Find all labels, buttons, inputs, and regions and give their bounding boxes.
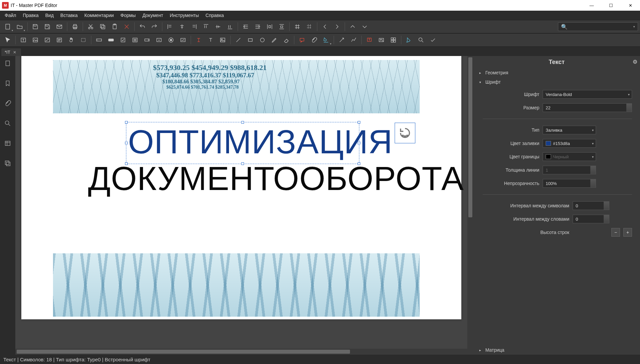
document-tab[interactable]: *IT ✕ bbox=[1, 48, 21, 56]
insert-text-tool[interactable] bbox=[205, 35, 216, 45]
edit-vector-tool[interactable] bbox=[42, 35, 53, 45]
fill-color-selector[interactable]: #153d8a bbox=[543, 139, 596, 148]
thumbnails-panel-icon[interactable] bbox=[2, 137, 14, 149]
menu-edit[interactable]: Правка bbox=[19, 11, 42, 19]
section-geometry[interactable]: ▸Геометрия bbox=[473, 68, 640, 77]
down-button[interactable] bbox=[359, 21, 370, 32]
menu-insert[interactable]: Вставка bbox=[57, 11, 81, 19]
highlight-fill-tool[interactable] bbox=[320, 35, 332, 45]
link-tool[interactable] bbox=[388, 35, 399, 45]
selection-box[interactable] bbox=[126, 122, 359, 164]
undo-button[interactable] bbox=[137, 21, 148, 32]
indent-left-button[interactable] bbox=[240, 21, 251, 32]
panel-settings-icon[interactable]: ⚙ bbox=[633, 59, 637, 65]
grid-button[interactable] bbox=[292, 21, 303, 32]
select-text-tool[interactable] bbox=[78, 35, 89, 45]
attach-tool[interactable] bbox=[308, 35, 320, 45]
layers-panel-icon[interactable] bbox=[2, 157, 14, 169]
fill-type-selector[interactable]: Заливка bbox=[543, 126, 596, 134]
pages-panel-icon[interactable] bbox=[2, 57, 14, 69]
form-radio[interactable] bbox=[165, 35, 177, 45]
align-center-v-button[interactable] bbox=[212, 21, 224, 32]
form-listbox[interactable] bbox=[129, 35, 141, 45]
vertical-scrollbar[interactable] bbox=[467, 56, 473, 349]
rotate-handle-icon[interactable] bbox=[395, 123, 415, 143]
line-height-minus[interactable]: − bbox=[611, 228, 620, 237]
align-center-h-button[interactable] bbox=[176, 21, 188, 32]
attachments-panel-icon[interactable] bbox=[2, 97, 14, 109]
email-button[interactable] bbox=[54, 21, 65, 32]
form-signature[interactable] bbox=[177, 35, 189, 45]
polyline-tool[interactable] bbox=[348, 35, 359, 45]
next-page-button[interactable] bbox=[331, 21, 343, 32]
dist-v-button[interactable] bbox=[276, 21, 287, 32]
copy-button[interactable] bbox=[97, 21, 108, 32]
pdf-page[interactable]: $573,930.25 $454,949.29 $988,618.21 $347… bbox=[21, 56, 461, 319]
line-height-plus[interactable]: + bbox=[623, 228, 632, 237]
align-right-button[interactable] bbox=[188, 21, 200, 32]
horizontal-scrollbar[interactable] bbox=[15, 349, 473, 355]
pencil-tool[interactable] bbox=[269, 35, 280, 45]
align-left-button[interactable] bbox=[164, 21, 176, 32]
form-dropdown[interactable] bbox=[153, 35, 165, 45]
eraser-tool[interactable] bbox=[281, 35, 292, 45]
window-maximize-button[interactable]: ☐ bbox=[601, 0, 621, 11]
stamp-tool[interactable] bbox=[376, 35, 387, 45]
cut-button[interactable] bbox=[85, 21, 96, 32]
print-button[interactable] bbox=[69, 21, 81, 32]
bookmarks-panel-icon[interactable] bbox=[2, 77, 14, 89]
window-close-button[interactable]: ✕ bbox=[621, 0, 640, 11]
snap-button[interactable] bbox=[304, 21, 315, 32]
tab-close-icon[interactable]: ✕ bbox=[13, 50, 16, 55]
search-panel-icon[interactable] bbox=[2, 117, 14, 129]
edit-text-tool[interactable] bbox=[18, 35, 29, 45]
select-tool[interactable] bbox=[2, 35, 13, 45]
paste-button[interactable] bbox=[109, 21, 120, 32]
rect-tool[interactable] bbox=[245, 35, 256, 45]
new-file-button[interactable] bbox=[2, 21, 13, 32]
highlight-text-tool[interactable] bbox=[193, 35, 204, 45]
form-combobox[interactable] bbox=[141, 35, 153, 45]
menu-help[interactable]: Справка bbox=[202, 11, 227, 19]
text-callout-tool[interactable] bbox=[364, 35, 375, 45]
menu-document[interactable]: Документ bbox=[139, 11, 166, 19]
insert-image-tool[interactable] bbox=[217, 35, 228, 45]
text-object[interactable]: ДОКУМЕНТООБОРОТА bbox=[88, 159, 464, 198]
align-bottom-button[interactable] bbox=[224, 21, 236, 32]
arrow-tool[interactable] bbox=[336, 35, 347, 45]
menu-tools[interactable]: Инструменты bbox=[166, 11, 202, 19]
opacity-input[interactable]: 100% bbox=[543, 179, 596, 188]
search-input[interactable] bbox=[570, 24, 633, 29]
edit-form-tool[interactable] bbox=[54, 35, 65, 45]
font-size-input[interactable]: 22 bbox=[543, 103, 632, 112]
open-file-button[interactable] bbox=[14, 21, 25, 32]
section-font[interactable]: ▾Шрифт bbox=[473, 77, 640, 87]
indent-right-button[interactable] bbox=[252, 21, 263, 32]
note-tool[interactable] bbox=[296, 35, 308, 45]
form-button[interactable] bbox=[105, 35, 117, 45]
marker-tool[interactable] bbox=[403, 35, 415, 45]
align-top-button[interactable] bbox=[200, 21, 212, 32]
hand-tool[interactable] bbox=[66, 35, 77, 45]
zoom-tool[interactable] bbox=[415, 35, 427, 45]
menu-comments[interactable]: Комментарии bbox=[81, 11, 117, 19]
search-box[interactable]: 🔍 ▾ bbox=[558, 22, 638, 31]
menu-view[interactable]: Вид bbox=[42, 11, 57, 19]
char-spacing-input[interactable]: 0 bbox=[573, 201, 609, 210]
up-button[interactable] bbox=[347, 21, 358, 32]
check-tool[interactable] bbox=[427, 35, 439, 45]
delete-button[interactable] bbox=[121, 21, 132, 32]
save-button[interactable] bbox=[30, 21, 41, 32]
search-dropdown-icon[interactable]: ▾ bbox=[633, 25, 635, 28]
edit-image-tool[interactable] bbox=[30, 35, 41, 45]
line-tool[interactable] bbox=[233, 35, 244, 45]
menu-file[interactable]: Файл bbox=[1, 11, 19, 19]
prev-page-button[interactable] bbox=[319, 21, 331, 32]
section-matrix[interactable]: ▸Матрица bbox=[473, 345, 640, 355]
redo-button[interactable] bbox=[149, 21, 160, 32]
font-selector[interactable]: Verdana-Bold bbox=[543, 90, 632, 99]
menu-forms[interactable]: Формы bbox=[117, 11, 139, 19]
canvas-viewport[interactable]: $573,930.25 $454,949.29 $988,618.21 $347… bbox=[15, 56, 473, 355]
form-checkbox[interactable] bbox=[117, 35, 129, 45]
form-text-field[interactable] bbox=[93, 35, 105, 45]
